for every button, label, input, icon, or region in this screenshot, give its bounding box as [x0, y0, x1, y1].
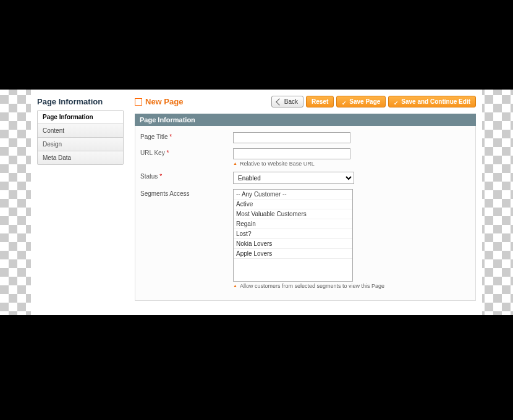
section-body: Page Title * URL Key * Relative to Websi… — [135, 126, 476, 301]
section-header: Page Information — [135, 114, 476, 126]
tab-design[interactable]: Design — [38, 138, 123, 151]
segment-option[interactable]: -- Any Customer -- — [234, 190, 352, 200]
field-status: Status * Enabled — [140, 172, 470, 184]
hint-segments: Allow customers from selected segments t… — [233, 283, 470, 289]
segment-option[interactable]: Regain — [234, 219, 352, 229]
admin-canvas: Page Information Page Information Conten… — [31, 90, 482, 315]
input-url-key[interactable] — [233, 148, 350, 159]
label-segments: Segments Access — [140, 189, 233, 197]
tab-page-information[interactable]: Page Information — [38, 111, 123, 124]
segment-option[interactable]: Nokia Lovers — [234, 239, 352, 249]
segment-option[interactable]: Apple Lovers — [234, 249, 352, 259]
field-url-key: URL Key * Relative to Website Base URL — [140, 148, 470, 167]
reset-button[interactable]: Reset — [306, 96, 334, 107]
main-panel: New Page Back Reset Save Page — [130, 90, 482, 315]
listbox-segments[interactable]: -- Any Customer -- Active Most Valuable … — [233, 189, 353, 282]
page-icon — [135, 98, 142, 106]
page-header: New Page — [135, 97, 271, 106]
label-page-title: Page Title * — [140, 132, 233, 140]
check-icon — [394, 99, 399, 104]
back-icon — [276, 98, 282, 105]
hint-url-key: Relative to Website Base URL — [233, 161, 470, 167]
action-buttons: Back Reset Save Page Save and Continue E… — [271, 96, 476, 107]
toolbar: New Page Back Reset Save Page — [135, 96, 476, 107]
segment-option[interactable]: Active — [234, 200, 352, 209]
label-status: Status * — [140, 172, 233, 180]
sidebar-title: Page Information — [37, 97, 124, 106]
tab-content[interactable]: Content — [38, 124, 123, 138]
sidebar-tabs: Page Information Content Design Meta Dat… — [37, 110, 124, 165]
field-page-title: Page Title * — [140, 132, 470, 143]
save-button[interactable]: Save Page — [336, 96, 386, 107]
sidebar: Page Information Page Information Conten… — [31, 90, 130, 315]
select-status[interactable]: Enabled — [233, 172, 354, 184]
input-page-title[interactable] — [233, 132, 350, 143]
field-segments: Segments Access -- Any Customer -- Activ… — [140, 189, 470, 289]
segment-option[interactable]: Lost? — [234, 229, 352, 239]
page-title: New Page — [145, 97, 183, 106]
segment-option[interactable]: Most Valuable Customers — [234, 209, 352, 219]
back-button[interactable]: Back — [271, 96, 303, 107]
save-continue-button[interactable]: Save and Continue Edit — [388, 96, 476, 107]
label-url-key: URL Key * — [140, 148, 233, 156]
check-icon — [342, 99, 347, 104]
tab-meta-data[interactable]: Meta Data — [38, 151, 123, 164]
